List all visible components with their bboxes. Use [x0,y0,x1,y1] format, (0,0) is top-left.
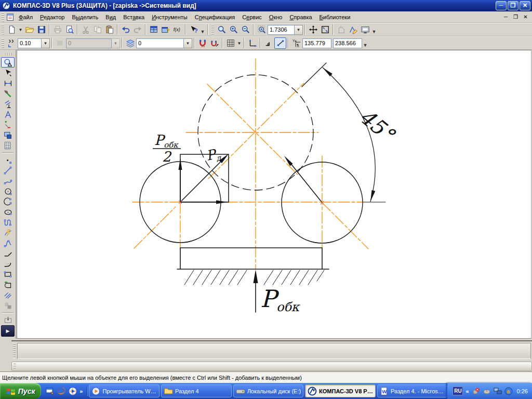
layer-dropdown[interactable]: ▼ [184,38,192,48]
media-player-icon[interactable] [68,387,77,396]
round-off-button[interactable] [274,37,286,49]
show-page-button[interactable] [359,24,371,35]
draw-hatch-button[interactable] [1,290,15,300]
zoom-button[interactable] [216,24,228,35]
task-local-disk-e[interactable]: Локальный диск (E:) [233,384,304,397]
tool-editing-button[interactable] [1,88,15,99]
draw-broken-curve-button[interactable] [1,228,15,238]
draw-text-input-button[interactable] [1,315,15,325]
drawing-canvas[interactable]: Робк 2 Рд Робк 45° [17,50,531,339]
context-help-button[interactable]: ? [188,24,200,35]
firefox-icon[interactable] [57,387,66,396]
new-document-dropdown[interactable]: ▼ [18,24,23,35]
tool-selection-button[interactable] [1,119,15,130]
draw-rectangle-button[interactable] [1,269,15,280]
global-snaps-button[interactable] [196,37,208,49]
quick-launch-overflow[interactable]: » [79,388,83,394]
tool-measure-button[interactable] [1,109,15,119]
menu-specification[interactable]: Спецификация [191,12,238,22]
menu-view[interactable]: Вид [102,12,119,22]
draw-circle-button[interactable] [1,186,15,196]
tray-antivirus-icon[interactable]: a [504,387,513,395]
minimize-button[interactable]: ─ [496,1,507,10]
draw-bezier-button[interactable] [1,238,15,248]
tray-disconnect-icon[interactable] [472,387,480,395]
child-close-button[interactable]: ✕ [521,13,530,21]
task-word-razdel4[interactable]: W Раздел 4. - Microsof... [377,384,448,397]
child-restore-button[interactable]: ❐ [511,13,520,21]
task-folder-razdel4[interactable]: Раздел 4 [161,384,232,397]
panel-expand-button[interactable]: ▶ [1,325,15,337]
window-manager-button[interactable] [148,24,159,35]
menu-select[interactable]: Выделить [68,12,102,22]
zoom-out-button[interactable] [240,24,251,35]
help-topics-button[interactable]: ? [159,24,171,35]
draw-nurbs-button[interactable] [1,217,15,228]
property-bar-grip[interactable] [13,343,16,359]
scale-dropdown[interactable]: ▼ [295,25,303,35]
zoom-in-button[interactable] [228,24,240,35]
new-document-button[interactable] [6,24,18,35]
show-desktop-icon[interactable] [45,387,55,396]
tray-network-icon[interactable] [494,387,502,395]
save-button[interactable] [35,24,47,35]
menu-service[interactable]: Сервис [238,12,265,22]
paste-button[interactable] [103,24,115,35]
grid-dropdown[interactable]: ▼ [236,37,242,49]
fit-view-button[interactable] [319,24,331,35]
menu-insert[interactable]: Вставка [119,12,148,22]
tool-reports-button[interactable] [1,140,15,151]
menu-tools[interactable]: Инструменты [148,12,191,22]
pan-button[interactable] [307,24,319,35]
coordinate-x-input[interactable] [302,38,331,48]
undo-button[interactable] [119,24,131,35]
print-button[interactable] [51,24,63,35]
toolbar1-options-chevron[interactable]: ▼ [200,24,206,35]
layers-icon[interactable] [124,37,136,49]
draw-ellipse-button[interactable] [1,207,15,217]
copy-button[interactable] [91,24,103,35]
draw-polyline-button[interactable] [1,176,15,186]
variables-fx-button[interactable]: f(x) [171,24,183,35]
view-toolbar-grip[interactable] [211,25,214,34]
draw-collect-contour-button[interactable] [1,280,15,290]
child-window-icon[interactable] [6,12,15,22]
toolbar2-options-chevron[interactable]: ▼ [362,37,368,49]
draw-fillet-button[interactable] [1,259,15,269]
command-bar-grip[interactable] [14,363,16,370]
local-snaps-button[interactable] [208,37,220,49]
tool-select-button[interactable] [1,68,15,78]
child-minimize-button[interactable]: ─ [501,13,510,21]
task-media-player[interactable]: Проигрыватель Win... [89,384,159,397]
open-button[interactable] [23,24,35,35]
local-cs-button[interactable] [246,37,258,49]
coordinate-y-input[interactable] [333,38,362,48]
cut-button[interactable] [79,24,91,35]
draw-point-button[interactable] [1,155,15,165]
menu-libraries[interactable]: Библиотеки [316,12,354,22]
tray-device-icon[interactable] [483,387,491,395]
menu-window[interactable]: Окно [265,12,286,22]
tool-dimensions-button[interactable] [1,78,15,88]
draw-hatch-alt-button[interactable] [1,300,15,311]
base-body[interactable] [180,248,322,269]
step-dropdown[interactable]: ▼ [42,38,50,48]
toolbar2-grip[interactable] [2,38,4,48]
tool-parametrization-button[interactable] [1,99,15,109]
menu-file[interactable]: Файл [15,12,36,22]
tool-panel-grip[interactable] [4,53,11,56]
print-preview-button[interactable] [63,24,75,35]
grid-button[interactable] [224,37,236,49]
ortho-mode-button[interactable] [262,37,274,49]
menu-editor[interactable]: Редактор [36,12,68,22]
rebuild-button[interactable] [335,24,347,35]
view-toolbar-options-chevron[interactable]: ▼ [371,24,377,35]
language-indicator[interactable]: RU [453,387,463,395]
start-button[interactable]: Пуск [0,383,41,399]
toolbar1-grip[interactable] [2,25,4,34]
tool-geometry-button[interactable] [1,57,15,68]
close-button[interactable]: ✕ [520,1,530,10]
menu-grip[interactable] [2,12,4,22]
refresh-image-button[interactable] [347,24,359,35]
menu-help[interactable]: Справка [286,12,315,22]
